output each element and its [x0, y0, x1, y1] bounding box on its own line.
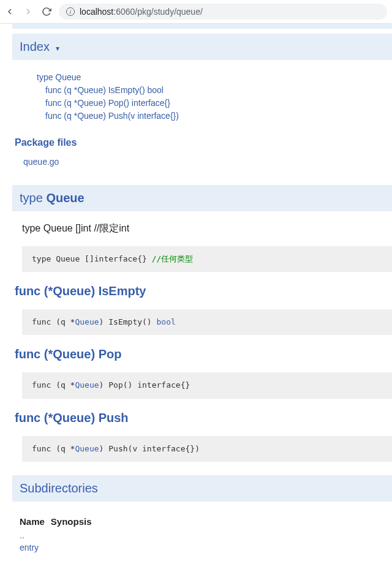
index-link-pop[interactable]: func (q *Queue) Pop() interface{}: [45, 98, 170, 108]
reload-button[interactable]: [42, 7, 51, 17]
code-type-link[interactable]: Queue: [75, 317, 99, 326]
func-pop-code: func (q *Queue) Pop() interface{}: [22, 372, 392, 398]
index-label: Index: [20, 40, 50, 53]
column-synopsis: Synopsis: [51, 514, 98, 529]
url-text: localhost:6060/pkg/study/queue/: [80, 7, 203, 17]
subdirectories-header: Subdirectories: [12, 475, 392, 502]
type-keyword: type: [20, 191, 43, 205]
index-section-header[interactable]: Index ▾: [12, 34, 392, 60]
package-files-section: Package files queue.go: [0, 129, 392, 173]
subdir-synopsis: [51, 541, 98, 554]
subdirectories-table: Name Synopsis .. entry: [0, 507, 392, 554]
column-name: Name: [20, 514, 51, 529]
index-link-isempty[interactable]: func (q *Queue) IsEmpty() bool: [45, 85, 164, 95]
subdir-link-parent[interactable]: ..: [20, 530, 24, 540]
code-comment: //任何类型: [152, 254, 194, 263]
type-name: Queue: [46, 191, 84, 205]
forward-button[interactable]: [23, 7, 33, 17]
code-text: ) IsEmpty(): [99, 317, 157, 326]
page-content: Index ▾ type Queue func (q *Queue) IsEmp…: [0, 24, 392, 566]
site-info-icon[interactable]: i: [66, 7, 75, 16]
func-push-code: func (q *Queue) Push(v interface{}): [22, 436, 392, 462]
func-push-header[interactable]: func (*Queue) Push: [0, 399, 392, 436]
code-text: func (q *: [32, 380, 75, 390]
func-pop-header[interactable]: func (*Queue) Pop: [0, 335, 392, 372]
table-header-row: Name Synopsis: [20, 514, 98, 529]
table-row: ..: [20, 529, 98, 541]
subdir-link-entry[interactable]: entry: [20, 543, 39, 552]
type-queue-code: type Queue []interface{} //任何类型: [22, 246, 392, 272]
code-type-link[interactable]: Queue: [75, 380, 99, 390]
index-list: type Queue func (q *Queue) IsEmpty() boo…: [0, 65, 392, 129]
type-queue-desc: type Queue []int //限定int: [0, 211, 392, 246]
url-path: /pkg/study/queue/: [135, 7, 203, 17]
browser-toolbar: i localhost:6060/pkg/study/queue/: [0, 0, 392, 24]
func-isempty-code: func (q *Queue) IsEmpty() bool: [22, 309, 392, 335]
code-text: ) Pop() interface{}: [99, 380, 190, 390]
package-files-title: Package files: [15, 137, 392, 148]
code-text: ) Push(v interface{}): [99, 444, 200, 453]
package-file-link[interactable]: queue.go: [23, 157, 59, 167]
code-text: func (q *: [32, 444, 75, 453]
table-row: entry: [20, 541, 98, 554]
url-host: localhost: [80, 7, 113, 17]
url-port: :6060: [113, 7, 135, 17]
func-isempty-header[interactable]: func (*Queue) IsEmpty: [0, 272, 392, 309]
code-text: type Queue []interface{}: [32, 254, 152, 263]
back-button[interactable]: [5, 7, 15, 17]
code-type-link[interactable]: Queue: [75, 444, 99, 453]
type-queue-header[interactable]: type Queue: [12, 185, 392, 211]
index-link-push[interactable]: func (q *Queue) Push(v interface{}): [45, 111, 179, 121]
subdir-synopsis: [51, 529, 98, 541]
index-link-type-queue[interactable]: type Queue: [37, 72, 81, 82]
chevron-down-icon: ▾: [56, 44, 59, 53]
code-text: func (q *: [32, 317, 75, 326]
overview-section-partial: [12, 24, 392, 29]
nav-controls: [5, 7, 51, 17]
code-return-link[interactable]: bool: [157, 317, 176, 326]
address-bar[interactable]: i localhost:6060/pkg/study/queue/: [59, 4, 387, 20]
